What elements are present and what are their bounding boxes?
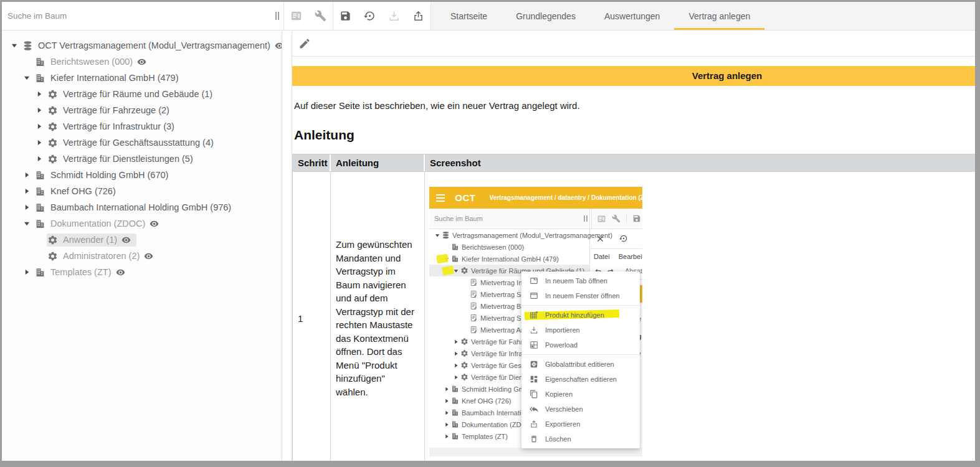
gear-icon: [47, 105, 58, 116]
tree-item[interactable]: Dokumentation (ZDOC): [2, 215, 282, 232]
context-menu-item: In neuem Tab öffnen: [521, 273, 640, 288]
caret-right-icon: [24, 188, 30, 194]
shot-menu-datei: Datei: [594, 253, 610, 260]
window-frame: StartseiteGrundlegendesAuswertungenVertr…: [0, 0, 980, 467]
content-toolbar: [292, 31, 975, 57]
tree-item[interactable]: Verträge für Fahrzeuge (2): [2, 102, 282, 118]
tab-grundlegendes[interactable]: Grundlegendes: [502, 2, 590, 30]
main-panel: Vertrag anlegen Auf dieser Seite ist bes…: [292, 31, 975, 461]
tree-item[interactable]: Anwender (1): [2, 232, 282, 248]
export-icon: [530, 420, 538, 428]
content-scroll-area: Vertrag anlegen Auf dieser Seite ist bes…: [292, 57, 975, 461]
context-menu-item: Importieren: [521, 323, 640, 337]
tree-item: Berichtswesen (000): [429, 241, 589, 253]
tree-item-label: Kiefer International GmbH (479): [50, 73, 179, 83]
gear-icon: [47, 89, 58, 100]
eye-icon: [137, 57, 146, 67]
selected-item-pill: Anwender (1): [47, 234, 136, 247]
tree-item[interactable]: Baumbach International Holding GmbH (976…: [2, 199, 282, 215]
caret-right-icon: [442, 399, 450, 403]
building-icon: [450, 385, 459, 393]
step-number: 1: [293, 172, 331, 461]
navigation-tree: OCT Vertragsmanagement (Modul_Vertragsma…: [2, 31, 282, 461]
contract-icon: [469, 290, 478, 298]
eye-icon[interactable]: [137, 57, 146, 67]
tab-vertrag-anlegen[interactable]: Vertrag anlegen: [674, 2, 764, 30]
eye-icon[interactable]: [116, 268, 125, 277]
tree-item[interactable]: Schmidt Holding GmbH (670): [2, 167, 282, 183]
tree-item-label: Verträge für Dienstleistungen (5): [63, 154, 193, 164]
tree-item[interactable]: Berichtswesen (000): [2, 54, 282, 70]
tree-item[interactable]: Administratoren (2): [2, 248, 282, 264]
tree-item[interactable]: Kiefer International GmbH (479): [2, 70, 282, 86]
caret-right-icon[interactable]: [19, 269, 34, 275]
tree-item-label: Verträge für Geschäftsausstattung (4): [63, 138, 214, 148]
building-icon: [450, 397, 459, 405]
tree-item[interactable]: Verträge für Geschäftsausstattung (4): [2, 134, 282, 151]
tree-item-label: Knef OHG (726): [50, 186, 116, 196]
eye-icon[interactable]: [144, 252, 153, 261]
upload-button[interactable]: [406, 2, 431, 30]
history-button[interactable]: [358, 2, 382, 30]
caret-right-icon[interactable]: [19, 188, 34, 194]
caret-down-icon: [24, 220, 30, 227]
caret-right-icon[interactable]: [32, 123, 47, 130]
gear-icon: [460, 349, 469, 357]
building-icon: [451, 397, 459, 405]
contract-icon: [469, 302, 478, 310]
wrench-button[interactable]: [308, 2, 333, 30]
caret-down-icon[interactable]: [19, 75, 34, 81]
contract-icon: [469, 278, 478, 286]
caret-right-icon[interactable]: [19, 204, 34, 210]
building-icon: [451, 385, 459, 393]
caret-down-icon[interactable]: [19, 220, 34, 227]
shot-search-placeholder: Suche im Baum: [434, 215, 584, 222]
download-button[interactable]: [382, 2, 406, 30]
gear-icon: [47, 89, 58, 100]
building-icon: [451, 243, 459, 251]
instruction-table: Schritt Anleitung Screenshot 1 Zum gewün…: [292, 154, 975, 461]
contract-icon: [470, 290, 478, 298]
tree-item[interactable]: Knef OHG (726): [2, 183, 282, 199]
caret-down-icon[interactable]: [7, 42, 22, 49]
eye-icon[interactable]: [150, 219, 159, 229]
tree-item[interactable]: OCT Vertragsmanagement (Modul_Vertragsma…: [2, 37, 282, 54]
caret-right-icon[interactable]: [32, 107, 47, 113]
tab-icon: [530, 276, 538, 285]
download-icon: [388, 10, 400, 22]
gear-icon: [47, 251, 58, 262]
tree-item[interactable]: Templates (ZT): [2, 264, 282, 280]
trash-icon: [529, 435, 539, 443]
tab-startseite[interactable]: Startseite: [436, 2, 502, 30]
window-icon: [529, 291, 539, 300]
splitter-handle[interactable]: [271, 2, 283, 30]
app-window: StartseiteGrundlegendesAuswertungenVertr…: [2, 2, 975, 461]
tree-item[interactable]: Verträge für Dienstleistungen (5): [2, 151, 282, 167]
tab-icon: [529, 276, 539, 285]
caret-right-icon: [454, 363, 459, 368]
panel-button[interactable]: [284, 2, 308, 30]
caret-right-icon[interactable]: [19, 172, 34, 178]
tab-auswertungen[interactable]: Auswertungen: [590, 2, 675, 30]
caret-right-icon: [452, 351, 460, 356]
caret-right-icon[interactable]: [32, 156, 47, 162]
search-input[interactable]: [7, 11, 271, 21]
tree-item[interactable]: Verträge für Infrastruktur (3): [2, 118, 282, 134]
table-header: Schritt Anleitung Screenshot: [293, 154, 975, 172]
embedded-screenshot: OCT Vertragsmanagement / dataentry / Dok…: [429, 187, 642, 456]
edit-button[interactable]: [298, 37, 311, 50]
restore-icon: [619, 234, 628, 243]
caret-right-icon[interactable]: [32, 139, 47, 146]
save-button[interactable]: [333, 2, 358, 30]
tree-search[interactable]: [2, 2, 271, 30]
context-menu-item-label: Löschen: [545, 435, 571, 443]
context-menu-item: In neuem Fenster öffnen: [521, 288, 640, 303]
eye-icon[interactable]: [275, 41, 282, 50]
caret-right-icon[interactable]: [32, 91, 47, 97]
database-icon: [442, 231, 450, 239]
shot-logo: OCT: [455, 192, 475, 203]
eye-icon[interactable]: [121, 235, 131, 245]
tree-item[interactable]: Verträge für Räume und Gebäude (1): [2, 86, 282, 102]
context-menu-item: Eigenschaften editieren: [521, 372, 640, 387]
context-menu-item-label: In neuem Fenster öffnen: [545, 292, 620, 300]
